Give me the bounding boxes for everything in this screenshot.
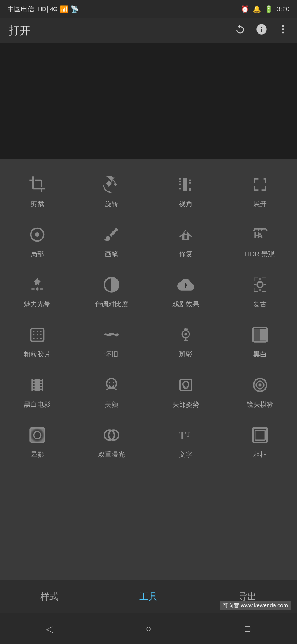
svg-point-19 — [33, 331, 35, 332]
clock: 3:20 — [277, 5, 290, 13]
hdr-label: HDR 景观 — [245, 250, 275, 259]
tool-vignette[interactable]: 晕影 — [0, 416, 74, 466]
battery-icon: 🔋 — [265, 5, 273, 13]
home-icon: ○ — [146, 624, 151, 634]
tool-local[interactable]: 局部 — [0, 215, 74, 265]
svg-point-20 — [36, 331, 38, 332]
tool-bw[interactable]: 黑白 — [223, 316, 297, 366]
nav-style[interactable]: 样式 — [0, 580, 99, 613]
tool-perspective[interactable]: 视角 — [148, 165, 223, 215]
more-icon[interactable] — [277, 24, 288, 37]
lensblur-icon — [249, 374, 271, 396]
tool-heal[interactable]: 修复 — [148, 215, 223, 265]
doubleexp-label: 双重曝光 — [98, 450, 125, 459]
heal-icon — [175, 224, 196, 245]
wifi-icon: 📡 — [71, 5, 79, 13]
local-label: 局部 — [31, 250, 44, 259]
tool-doubleexp[interactable]: 双重曝光 — [74, 416, 148, 466]
tool-grid: 剪裁 旋转 视角 展开 局部 — [0, 165, 297, 466]
tool-crop[interactable]: 剪裁 — [0, 165, 74, 215]
info-icon[interactable] — [255, 23, 268, 38]
bw-label: 黑白 — [253, 350, 267, 359]
heal-label: 修复 — [179, 250, 193, 259]
svg-point-23 — [36, 334, 38, 336]
text-label: 文字 — [179, 450, 193, 459]
cheetah-icon — [175, 324, 196, 346]
svg-point-42 — [258, 383, 261, 386]
canvas-area — [0, 43, 297, 159]
svg-point-6 — [36, 287, 38, 290]
status-carrier: 中国电信 HD 4G 📶 📡 — [7, 5, 79, 14]
crop-icon — [27, 174, 48, 195]
svg-point-36 — [108, 382, 110, 384]
bottom-nav: 样式 工具 导出 — [0, 580, 297, 613]
svg-point-22 — [33, 334, 35, 336]
carrier-text: 中国电信 — [7, 5, 34, 14]
nav-style-label: 样式 — [40, 590, 59, 603]
tool-frame[interactable]: 相框 — [223, 416, 297, 466]
home-button[interactable]: ○ — [136, 620, 161, 638]
top-bar: 打开 — [0, 18, 297, 43]
tool-grain[interactable]: 粗粒胶片 — [0, 316, 74, 366]
tool-cheetah[interactable]: 斑驳 — [148, 316, 223, 366]
tool-glamour[interactable]: 魅力光晕 — [0, 265, 74, 316]
svg-point-37 — [113, 382, 114, 384]
tool-lensblur[interactable]: 镜头模糊 — [223, 366, 297, 416]
tool-vintage[interactable]: 复古 — [223, 265, 297, 316]
back-button[interactable]: ◁ — [37, 620, 62, 638]
top-bar-icons — [235, 23, 288, 38]
headpose-icon — [175, 374, 196, 396]
status-right: ⏰ 🔔 🔋 3:20 — [241, 5, 290, 13]
tool-tone[interactable]: 色调对比度 — [74, 265, 148, 316]
svg-point-39 — [183, 381, 189, 387]
tool-hdr[interactable]: HDR 景观 — [223, 215, 297, 265]
tool-bwfilm[interactable]: 黑白电影 — [0, 366, 74, 416]
svg-point-44 — [263, 384, 265, 386]
nav-tools[interactable]: 工具 — [99, 580, 198, 613]
svg-point-31 — [184, 333, 187, 335]
headpose-label: 头部姿势 — [172, 400, 199, 409]
recent-icon: □ — [245, 624, 250, 634]
android-nav: ◁ ○ □ — [0, 613, 297, 644]
tool-beauty[interactable]: 美颜 — [74, 366, 148, 416]
brush-label: 画笔 — [105, 250, 118, 259]
beauty-label: 美颜 — [105, 400, 118, 409]
nav-export-label: 导出 — [238, 590, 257, 603]
tool-retro[interactable]: 怀旧 — [74, 316, 148, 366]
tool-drama[interactable]: 戏剧效果 — [148, 265, 223, 316]
signal-4g: 4G — [50, 6, 57, 13]
crop-label: 剪裁 — [31, 199, 44, 209]
rotate-label: 旋转 — [105, 199, 118, 209]
nav-export[interactable]: 导出 — [198, 580, 297, 613]
hdr-icon — [249, 224, 271, 245]
frame-label: 相框 — [253, 450, 267, 459]
svg-point-27 — [40, 338, 42, 339]
tone-label: 色调对比度 — [95, 300, 128, 309]
text-icon: T T — [175, 424, 196, 446]
svg-point-21 — [40, 331, 42, 332]
tool-expand[interactable]: 展开 — [223, 165, 297, 215]
svg-point-43 — [255, 384, 256, 386]
back-icon: ◁ — [46, 624, 53, 634]
svg-point-1 — [282, 25, 284, 27]
perspective-label: 视角 — [179, 199, 193, 209]
tone-icon — [101, 274, 122, 295]
tool-text[interactable]: T T 文字 — [148, 416, 223, 466]
svg-point-24 — [40, 334, 42, 336]
retro-label: 怀旧 — [105, 350, 118, 359]
retro-icon — [101, 324, 122, 346]
undo-layers-icon[interactable] — [235, 24, 246, 37]
bell-icon: 🔔 — [253, 5, 261, 13]
doubleexp-icon — [101, 424, 122, 446]
tool-rotate[interactable]: 旋转 — [74, 165, 148, 215]
bwfilm-label: 黑白电影 — [24, 400, 51, 409]
tool-brush[interactable]: 画笔 — [74, 215, 148, 265]
tools-area: 剪裁 旋转 视角 展开 局部 — [0, 159, 297, 580]
tool-headpose[interactable]: 头部姿势 — [148, 366, 223, 416]
recent-button[interactable]: □ — [235, 620, 260, 638]
bw-icon — [249, 324, 271, 346]
drama-icon — [175, 274, 196, 295]
glamour-icon — [27, 274, 48, 295]
status-bar: 中国电信 HD 4G 📶 📡 ⏰ 🔔 🔋 3:20 — [0, 0, 297, 18]
expand-icon — [249, 174, 271, 195]
